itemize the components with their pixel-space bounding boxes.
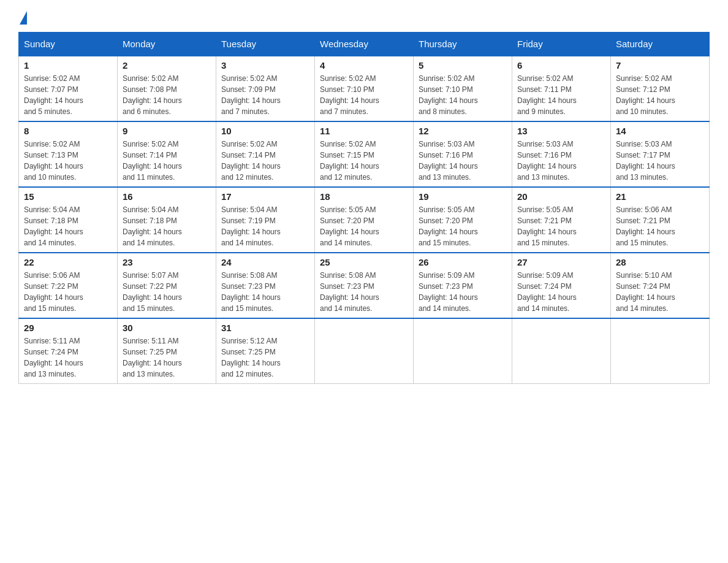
calendar-cell: 1 Sunrise: 5:02 AMSunset: 7:07 PMDayligh… (19, 56, 118, 121)
calendar-cell: 5 Sunrise: 5:02 AMSunset: 7:10 PMDayligh… (414, 56, 512, 121)
calendar-week-row: 22 Sunrise: 5:06 AMSunset: 7:22 PMDaylig… (19, 253, 710, 318)
calendar-cell: 25 Sunrise: 5:08 AMSunset: 7:23 PMDaylig… (315, 253, 414, 318)
day-info: Sunrise: 5:02 AMSunset: 7:14 PMDaylight:… (123, 139, 211, 183)
day-info: Sunrise: 5:03 AMSunset: 7:16 PMDaylight:… (517, 139, 605, 183)
day-number: 7 (616, 60, 704, 71)
day-info: Sunrise: 5:02 AMSunset: 7:15 PMDaylight:… (320, 139, 408, 183)
day-number: 18 (320, 191, 408, 202)
day-number: 14 (616, 126, 704, 136)
calendar-cell: 27 Sunrise: 5:09 AMSunset: 7:24 PMDaylig… (512, 253, 611, 318)
day-number: 23 (123, 257, 211, 267)
day-info: Sunrise: 5:02 AMSunset: 7:09 PMDaylight:… (221, 73, 309, 117)
day-info: Sunrise: 5:08 AMSunset: 7:23 PMDaylight:… (320, 270, 408, 314)
page-header (18, 12, 710, 26)
day-number: 31 (221, 323, 309, 333)
day-info: Sunrise: 5:11 AMSunset: 7:24 PMDaylight:… (24, 335, 112, 380)
calendar-cell: 6 Sunrise: 5:02 AMSunset: 7:11 PMDayligh… (512, 56, 611, 121)
day-info: Sunrise: 5:05 AMSunset: 7:20 PMDaylight:… (320, 204, 408, 248)
calendar-cell: 30 Sunrise: 5:11 AMSunset: 7:25 PMDaylig… (118, 318, 216, 384)
day-number: 1 (24, 60, 112, 71)
day-number: 30 (123, 323, 211, 333)
day-number: 12 (419, 126, 507, 136)
day-info: Sunrise: 5:04 AMSunset: 7:18 PMDaylight:… (24, 204, 112, 248)
calendar-cell: 17 Sunrise: 5:04 AMSunset: 7:19 PMDaylig… (216, 187, 315, 253)
day-info: Sunrise: 5:05 AMSunset: 7:20 PMDaylight:… (419, 204, 507, 248)
calendar-cell: 13 Sunrise: 5:03 AMSunset: 7:16 PMDaylig… (512, 121, 611, 187)
calendar-cell: 9 Sunrise: 5:02 AMSunset: 7:14 PMDayligh… (118, 121, 216, 187)
calendar-cell: 12 Sunrise: 5:03 AMSunset: 7:16 PMDaylig… (414, 121, 512, 187)
calendar-cell: 15 Sunrise: 5:04 AMSunset: 7:18 PMDaylig… (19, 187, 118, 253)
calendar-cell: 3 Sunrise: 5:02 AMSunset: 7:09 PMDayligh… (216, 56, 315, 121)
calendar-table: SundayMondayTuesdayWednesdayThursdayFrid… (18, 32, 710, 384)
calendar-cell: 20 Sunrise: 5:05 AMSunset: 7:21 PMDaylig… (512, 187, 611, 253)
day-info: Sunrise: 5:05 AMSunset: 7:21 PMDaylight:… (517, 204, 605, 248)
day-info: Sunrise: 5:09 AMSunset: 7:23 PMDaylight:… (419, 270, 507, 314)
calendar-cell: 31 Sunrise: 5:12 AMSunset: 7:25 PMDaylig… (216, 318, 315, 384)
day-info: Sunrise: 5:03 AMSunset: 7:17 PMDaylight:… (616, 139, 704, 183)
weekday-header-monday: Monday (118, 33, 216, 56)
calendar-week-row: 29 Sunrise: 5:11 AMSunset: 7:24 PMDaylig… (19, 318, 710, 384)
calendar-cell: 10 Sunrise: 5:02 AMSunset: 7:14 PMDaylig… (216, 121, 315, 187)
logo (18, 12, 28, 26)
calendar-header-row: SundayMondayTuesdayWednesdayThursdayFrid… (19, 33, 710, 56)
day-info: Sunrise: 5:02 AMSunset: 7:10 PMDaylight:… (419, 73, 507, 117)
day-number: 6 (517, 60, 605, 71)
calendar-week-row: 15 Sunrise: 5:04 AMSunset: 7:18 PMDaylig… (19, 187, 710, 253)
day-number: 28 (616, 257, 704, 267)
weekday-header-tuesday: Tuesday (216, 33, 315, 56)
day-info: Sunrise: 5:02 AMSunset: 7:08 PMDaylight:… (123, 73, 211, 117)
day-info: Sunrise: 5:02 AMSunset: 7:12 PMDaylight:… (616, 73, 704, 117)
weekday-header-sunday: Sunday (19, 33, 118, 56)
calendar-cell (512, 318, 611, 384)
day-number: 4 (320, 60, 408, 71)
calendar-cell: 7 Sunrise: 5:02 AMSunset: 7:12 PMDayligh… (611, 56, 710, 121)
calendar-cell: 29 Sunrise: 5:11 AMSunset: 7:24 PMDaylig… (19, 318, 118, 384)
day-info: Sunrise: 5:04 AMSunset: 7:19 PMDaylight:… (221, 204, 309, 248)
calendar-cell: 18 Sunrise: 5:05 AMSunset: 7:20 PMDaylig… (315, 187, 414, 253)
calendar-cell: 23 Sunrise: 5:07 AMSunset: 7:22 PMDaylig… (118, 253, 216, 318)
day-info: Sunrise: 5:09 AMSunset: 7:24 PMDaylight:… (517, 270, 605, 314)
calendar-cell: 21 Sunrise: 5:06 AMSunset: 7:21 PMDaylig… (611, 187, 710, 253)
calendar-cell: 4 Sunrise: 5:02 AMSunset: 7:10 PMDayligh… (315, 56, 414, 121)
day-info: Sunrise: 5:02 AMSunset: 7:13 PMDaylight:… (24, 139, 112, 183)
day-info: Sunrise: 5:07 AMSunset: 7:22 PMDaylight:… (123, 270, 211, 314)
calendar-week-row: 1 Sunrise: 5:02 AMSunset: 7:07 PMDayligh… (19, 56, 710, 121)
calendar-cell: 2 Sunrise: 5:02 AMSunset: 7:08 PMDayligh… (118, 56, 216, 121)
calendar-cell: 28 Sunrise: 5:10 AMSunset: 7:24 PMDaylig… (611, 253, 710, 318)
calendar-cell (414, 318, 512, 384)
day-info: Sunrise: 5:03 AMSunset: 7:16 PMDaylight:… (419, 139, 507, 183)
weekday-header-thursday: Thursday (414, 33, 512, 56)
day-number: 26 (419, 257, 507, 267)
calendar-cell: 24 Sunrise: 5:08 AMSunset: 7:23 PMDaylig… (216, 253, 315, 318)
day-number: 27 (517, 257, 605, 267)
weekday-header-friday: Friday (512, 33, 611, 56)
day-number: 20 (517, 191, 605, 202)
calendar-cell (611, 318, 710, 384)
day-info: Sunrise: 5:02 AMSunset: 7:14 PMDaylight:… (221, 139, 309, 183)
day-number: 16 (123, 191, 211, 202)
calendar-cell: 19 Sunrise: 5:05 AMSunset: 7:20 PMDaylig… (414, 187, 512, 253)
day-info: Sunrise: 5:06 AMSunset: 7:21 PMDaylight:… (616, 204, 704, 248)
day-number: 13 (517, 126, 605, 136)
day-number: 10 (221, 126, 309, 136)
day-info: Sunrise: 5:12 AMSunset: 7:25 PMDaylight:… (221, 335, 309, 380)
day-number: 24 (221, 257, 309, 267)
day-number: 9 (123, 126, 211, 136)
day-info: Sunrise: 5:08 AMSunset: 7:23 PMDaylight:… (221, 270, 309, 314)
day-number: 2 (123, 60, 211, 71)
day-info: Sunrise: 5:02 AMSunset: 7:10 PMDaylight:… (320, 73, 408, 117)
calendar-cell: 8 Sunrise: 5:02 AMSunset: 7:13 PMDayligh… (19, 121, 118, 187)
day-info: Sunrise: 5:10 AMSunset: 7:24 PMDaylight:… (616, 270, 704, 314)
day-number: 25 (320, 257, 408, 267)
day-info: Sunrise: 5:11 AMSunset: 7:25 PMDaylight:… (123, 335, 211, 380)
day-info: Sunrise: 5:04 AMSunset: 7:18 PMDaylight:… (123, 204, 211, 248)
day-info: Sunrise: 5:02 AMSunset: 7:11 PMDaylight:… (517, 73, 605, 117)
calendar-cell: 22 Sunrise: 5:06 AMSunset: 7:22 PMDaylig… (19, 253, 118, 318)
weekday-header-saturday: Saturday (611, 33, 710, 56)
day-info: Sunrise: 5:02 AMSunset: 7:07 PMDaylight:… (24, 73, 112, 117)
day-number: 21 (616, 191, 704, 202)
calendar-cell: 14 Sunrise: 5:03 AMSunset: 7:17 PMDaylig… (611, 121, 710, 187)
day-number: 5 (419, 60, 507, 71)
calendar-cell (315, 318, 414, 384)
calendar-week-row: 8 Sunrise: 5:02 AMSunset: 7:13 PMDayligh… (19, 121, 710, 187)
